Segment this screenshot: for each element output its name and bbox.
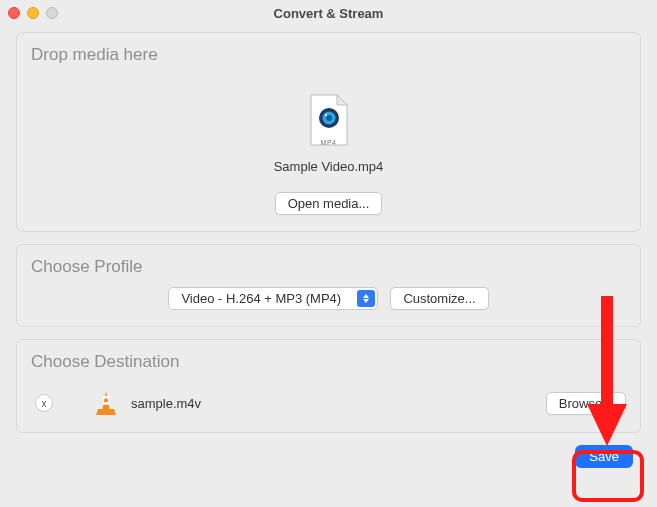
drop-area[interactable]: MP4 Sample Video.mp4 Open media... <box>31 75 626 215</box>
profile-panel: Choose Profile Video - H.264 + MP3 (MP4)… <box>16 244 641 327</box>
file-type-badge: MP4 <box>307 139 351 146</box>
svg-rect-5 <box>103 402 110 405</box>
window-title: Convert & Stream <box>0 6 657 21</box>
zoom-window-button[interactable] <box>46 7 58 19</box>
open-media-button[interactable]: Open media... <box>275 192 383 215</box>
profile-heading: Choose Profile <box>31 257 626 277</box>
customize-button[interactable]: Customize... <box>390 287 488 310</box>
destination-heading: Choose Destination <box>31 352 626 372</box>
drop-media-heading: Drop media here <box>31 45 626 65</box>
vlc-cone-icon <box>95 390 117 416</box>
window-titlebar: Convert & Stream <box>0 0 657 26</box>
profile-select-wrap: Video - H.264 + MP3 (MP4) <box>168 287 378 310</box>
remove-destination-button[interactable]: x <box>35 394 53 412</box>
dialog-footer: Save <box>16 445 641 468</box>
media-file-icon: MP4 <box>307 93 351 149</box>
save-button[interactable]: Save <box>575 445 633 468</box>
profile-select[interactable]: Video - H.264 + MP3 (MP4) <box>168 287 378 310</box>
select-stepper-icon <box>357 290 375 307</box>
svg-point-2 <box>326 115 332 121</box>
destination-panel: Choose Destination x sample.m4v Browse..… <box>16 339 641 433</box>
profile-selected-label: Video - H.264 + MP3 (MP4) <box>181 291 341 306</box>
annotation-arrow-icon <box>587 296 627 446</box>
close-window-button[interactable] <box>8 7 20 19</box>
destination-file-name: sample.m4v <box>131 396 532 411</box>
window-controls <box>8 7 58 19</box>
minimize-window-button[interactable] <box>27 7 39 19</box>
drop-media-panel: Drop media here MP4 Sample Video.mp4 Ope… <box>16 32 641 232</box>
close-icon: x <box>42 398 47 409</box>
svg-rect-4 <box>103 396 109 398</box>
svg-point-3 <box>324 114 326 116</box>
media-file-name: Sample Video.mp4 <box>274 159 384 174</box>
